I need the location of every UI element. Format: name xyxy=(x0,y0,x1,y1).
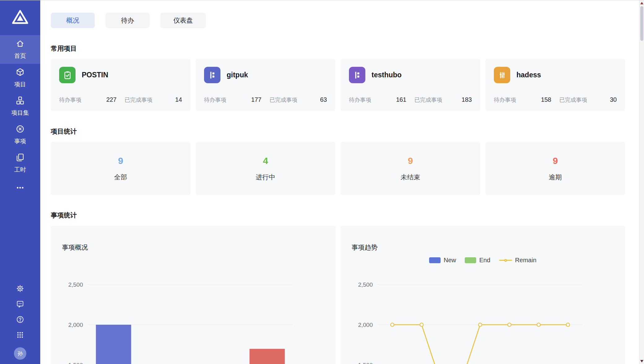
settings-gear-icon[interactable] xyxy=(16,284,24,293)
svg-text:2,500: 2,500 xyxy=(68,281,83,288)
main-content: 概况 待办 仪表盘 常用项目 POSTIN 待办事项227 已完成事项14 xyxy=(40,0,644,364)
todo-label: 待办事项 xyxy=(59,96,81,104)
sidebar: 首页 项目 项目集 事项 xyxy=(0,0,40,364)
todo-value: 161 xyxy=(396,96,406,103)
sidebar-item-label: 项目 xyxy=(14,80,26,88)
done-value: 14 xyxy=(175,96,182,103)
done-label: 已完成事项 xyxy=(270,96,298,104)
stat-caption: 逾期 xyxy=(549,173,562,182)
stacked-boxes-icon xyxy=(15,96,25,107)
legend-line-marker xyxy=(499,260,512,261)
scrollbar-thumb[interactable] xyxy=(640,6,643,41)
project-card-row: POSTIN 待办事项227 已完成事项14 gitpuk 待办事项177 已完 xyxy=(51,59,625,111)
done-value: 30 xyxy=(610,96,617,103)
project-stats: 待办事项227 已完成事项14 xyxy=(59,96,182,104)
stat-card-in-progress[interactable]: 4 进行中 xyxy=(196,142,335,195)
sidebar-item-label: 工时 xyxy=(14,166,26,174)
sidebar-item-home[interactable]: 首页 xyxy=(0,35,40,64)
chart-title-overview: 事项概况 xyxy=(62,243,88,252)
project-card-hadess[interactable]: hadess 待办事项158 已完成事项30 xyxy=(485,59,625,111)
logo-triangle-icon xyxy=(11,9,29,27)
todo-value: 158 xyxy=(541,96,551,103)
legend-item-end[interactable]: End xyxy=(465,257,490,264)
home-icon xyxy=(15,39,25,50)
project-stats: 待办事项158 已完成事项30 xyxy=(494,96,617,104)
sliders-icon xyxy=(494,67,510,83)
circle-x-icon xyxy=(15,124,25,135)
svg-text:2,500: 2,500 xyxy=(358,281,373,288)
project-card-testhubo[interactable]: testhubo 待办事项161 已完成事项183 xyxy=(341,59,480,111)
project-head: hadess xyxy=(494,67,617,83)
project-stats: 待办事项177 已完成事项63 xyxy=(204,96,327,104)
sidebar-item-worktime[interactable]: 工时 xyxy=(0,149,40,178)
project-head: POSTIN xyxy=(59,67,182,83)
svg-text:1,500: 1,500 xyxy=(68,362,83,364)
section-title-frequent-projects: 常用项目 xyxy=(51,44,625,53)
stat-card-unfinished[interactable]: 9 未结束 xyxy=(341,142,480,195)
blocks-b-icon xyxy=(204,67,220,83)
scrollbar-up-arrow[interactable] xyxy=(640,2,643,4)
legend-label: Remain xyxy=(515,257,537,264)
stat-number: 9 xyxy=(118,156,123,166)
sidebar-item-projects[interactable]: 项目 xyxy=(0,64,40,92)
svg-text:1,500: 1,500 xyxy=(358,362,373,364)
feedback-chat-icon[interactable] xyxy=(16,300,24,308)
cube-icon xyxy=(15,67,25,78)
legend-swatch xyxy=(429,257,441,263)
clipboard-check-icon xyxy=(59,67,76,83)
svg-text:2,000: 2,000 xyxy=(68,322,83,328)
app-logo[interactable] xyxy=(0,0,40,35)
project-name: POSTIN xyxy=(82,71,108,79)
project-name: gitpuk xyxy=(227,71,248,79)
stat-number: 9 xyxy=(553,156,558,166)
issue-trend-card: 事项趋势 NewEndRemain 2,5002,0001,500 xyxy=(341,226,625,364)
stat-caption: 全部 xyxy=(114,173,127,182)
stat-caption: 进行中 xyxy=(256,173,275,182)
item-stats-row: 事项概况 2,5002,0001,500 事项趋势 NewEndRemain 2… xyxy=(51,226,625,364)
sidebar-item-project-sets[interactable]: 项目集 xyxy=(0,92,40,121)
sidebar-item-label: 事项 xyxy=(14,137,26,145)
project-name: testhubo xyxy=(372,71,402,79)
stat-number: 9 xyxy=(408,156,413,166)
sidebar-bottom: 孙 xyxy=(0,284,40,364)
view-tabs: 概况 待办 仪表盘 xyxy=(51,13,625,28)
issue-overview-card: 事项概况 2,5002,0001,500 xyxy=(51,226,336,364)
done-label: 已完成事项 xyxy=(559,96,587,104)
project-head: gitpuk xyxy=(204,67,327,83)
todo-value: 177 xyxy=(251,96,261,103)
app-window: 首页 项目 项目集 事项 xyxy=(0,0,644,364)
legend-item-remain[interactable]: Remain xyxy=(499,257,537,264)
sidebar-nav: 首页 项目 项目集 事项 xyxy=(0,35,40,195)
blocks-b-icon xyxy=(349,67,365,83)
document-copy-icon xyxy=(15,153,25,164)
tab-dashboard[interactable]: 仪表盘 xyxy=(160,13,206,28)
sidebar-more-button[interactable] xyxy=(0,181,40,195)
stat-number: 4 xyxy=(263,156,268,166)
issue-overview-bar-chart[interactable]: 2,5002,0001,500 xyxy=(51,226,336,364)
issue-trend-line-chart[interactable]: 2,5002,0001,500 xyxy=(341,226,625,364)
stat-card-overdue[interactable]: 9 逾期 xyxy=(485,142,625,195)
project-card-gitpuk[interactable]: gitpuk 待办事项177 已完成事项63 xyxy=(196,59,335,111)
project-head: testhubo xyxy=(349,67,472,83)
tab-todo[interactable]: 待办 xyxy=(106,13,150,28)
vertical-scrollbar[interactable] xyxy=(639,0,644,364)
legend-label: End xyxy=(479,257,490,264)
done-value: 183 xyxy=(462,96,472,103)
tab-overview[interactable]: 概况 xyxy=(51,13,95,28)
help-question-icon[interactable] xyxy=(16,315,24,324)
done-value: 63 xyxy=(320,96,327,103)
legend-swatch xyxy=(465,257,476,263)
scrollbar-down-arrow[interactable] xyxy=(640,360,643,362)
project-card-postin[interactable]: POSTIN 待办事项227 已完成事项14 xyxy=(51,59,190,111)
project-name: hadess xyxy=(516,71,541,79)
ellipsis-icon xyxy=(15,183,25,194)
svg-text:2,000: 2,000 xyxy=(358,322,373,328)
chart-title-trend: 事项趋势 xyxy=(352,243,378,252)
legend-label: New xyxy=(444,257,456,264)
stat-card-all[interactable]: 9 全部 xyxy=(51,142,190,195)
user-avatar[interactable]: 孙 xyxy=(14,347,26,360)
sidebar-item-label: 项目集 xyxy=(11,109,29,117)
apps-grid-icon[interactable] xyxy=(16,331,24,339)
sidebar-item-issues[interactable]: 事项 xyxy=(0,121,40,149)
legend-item-new[interactable]: New xyxy=(429,257,456,264)
